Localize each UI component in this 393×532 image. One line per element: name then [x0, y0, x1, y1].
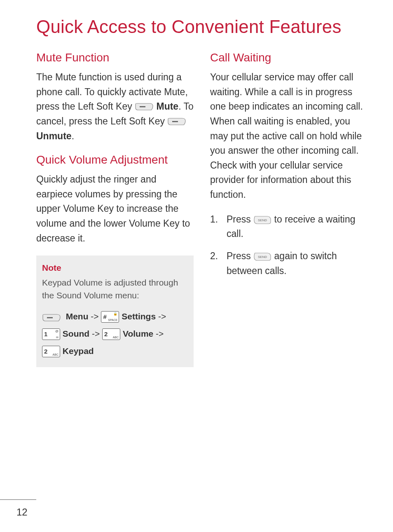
key-sub: ABC [113, 336, 119, 339]
content-columns: Mute Function The Mute function is used … [36, 51, 367, 367]
key-sub2: ✉ [56, 336, 58, 339]
volume-heading: Quick Volume Adjustment [36, 153, 194, 166]
left-softkey-icon [135, 102, 154, 112]
key-main: 2 [104, 329, 108, 340]
call-waiting-heading: Call Waiting [210, 51, 367, 64]
key-sub: @ [55, 330, 58, 333]
key-sub: 🔒 [113, 312, 117, 316]
send-key-icon: SEND [253, 215, 271, 225]
two-key-icon: 2ABC [102, 328, 120, 340]
step-1a: Press [227, 214, 253, 225]
right-column: Call Waiting Your cellular service may o… [210, 51, 367, 367]
key-main: 1 [44, 329, 48, 340]
arrow: -> [89, 312, 101, 321]
left-softkey-icon [42, 312, 61, 322]
left-column: Mute Function The Mute function is used … [36, 51, 194, 367]
left-softkey-icon [167, 117, 186, 127]
svg-text:SEND: SEND [258, 218, 267, 222]
key-sub2: SPACE [108, 319, 117, 321]
page-rule [0, 499, 36, 500]
two-key-icon: 2ABC [42, 346, 60, 357]
key-sub: ABC [53, 353, 58, 356]
note-label: Note [42, 261, 188, 274]
step-2: Press SEND again to switch between calls… [210, 249, 367, 278]
note-sequence: Menu -> #🔒SPACE Settings -> 1@✉ Sound ->… [42, 308, 188, 360]
key-main: # [103, 312, 107, 322]
svg-text:SEND: SEND [258, 255, 267, 259]
note-body: Keypad Volume is adjusted through the So… [42, 276, 188, 302]
key-main: 2 [44, 346, 48, 357]
unmute-label: Unmute [36, 131, 72, 141]
step-1: Press SEND to receive a waiting call. [210, 212, 367, 241]
sound-label: Sound [63, 329, 89, 338]
menu-label: Menu [66, 312, 89, 321]
arrow: -> [89, 329, 102, 338]
volume-label: Volume [123, 329, 153, 338]
call-waiting-steps: Press SEND to receive a waiting call. Pr… [210, 212, 367, 279]
volume-body: Quickly adjust the ringer and earpiece v… [36, 172, 194, 246]
settings-label: Settings [122, 312, 156, 321]
call-waiting-body: Your cellular service may offer call wai… [210, 70, 367, 202]
arrow: -> [153, 329, 164, 338]
note-box: Note Keypad Volume is adjusted through t… [36, 255, 194, 367]
mute-label: Mute [156, 101, 178, 112]
step-2a: Press [227, 251, 253, 261]
mute-body: The Mute function is used during a phone… [36, 70, 194, 143]
page-number: 12 [16, 506, 28, 518]
arrow: -> [156, 312, 166, 321]
manual-page: Quick Access to Convenient Features Mute… [0, 0, 393, 532]
send-key-icon: SEND [253, 251, 271, 262]
mute-text-3: . [72, 131, 74, 141]
one-key-icon: 1@✉ [42, 328, 60, 340]
page-title: Quick Access to Convenient Features [36, 16, 367, 37]
keypad-label: Keypad [63, 346, 94, 356]
hash-key-icon: #🔒SPACE [101, 311, 119, 323]
mute-heading: Mute Function [36, 51, 194, 64]
